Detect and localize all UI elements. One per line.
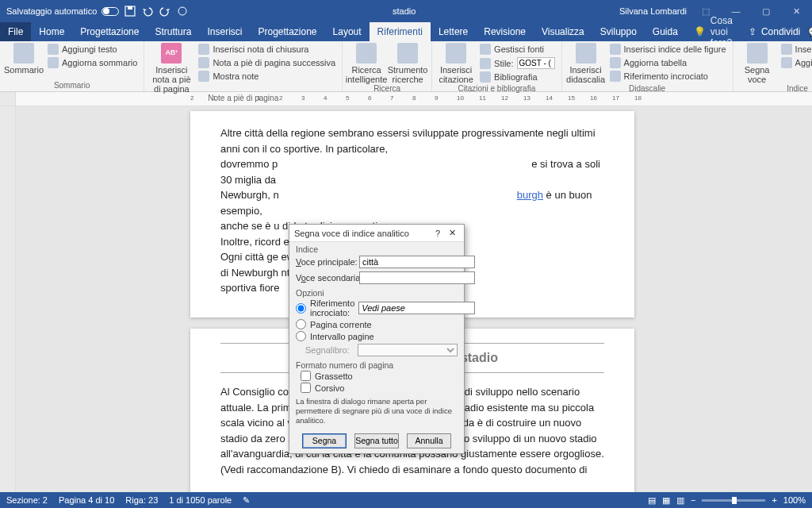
close-icon[interactable]: ✕ [785, 0, 807, 22]
user-name[interactable]: Silvana Lombardi [619, 6, 687, 16]
tab-struttura[interactable]: Struttura [147, 22, 199, 41]
section-opzioni: Opzioni [289, 286, 464, 298]
insert-citation-button[interactable]: Inserisci citazione [437, 43, 475, 84]
tab-visualizza[interactable]: Visualizza [534, 22, 592, 41]
status-words[interactable]: 1 di 1050 parole [169, 495, 232, 505]
touch-icon[interactable] [176, 5, 189, 17]
status-page[interactable]: Pagina 4 di 10 [59, 495, 114, 505]
insert-index-button[interactable]: Inserisci indice [779, 43, 812, 56]
tab-sviluppo[interactable]: Sviluppo [592, 22, 645, 41]
share-label: Condividi [761, 26, 800, 37]
help-icon[interactable]: ? [431, 229, 445, 238]
insert-endnote-button[interactable]: Inserisci nota di chiusura [197, 43, 337, 56]
mark-entry-button[interactable]: Segna voce [738, 43, 776, 84]
main-entry-input[interactable] [359, 256, 475, 268]
smart-lookup-button[interactable]: Ricerca intelligente [347, 43, 385, 84]
autosave-toggle[interactable] [102, 7, 119, 16]
italic-label: Corsivo [315, 383, 344, 393]
insert-footnote-button[interactable]: AB¹Inserisci nota a piè di pagina [149, 43, 193, 94]
autosave-label: Salvataggio automatico [6, 6, 97, 16]
save-icon[interactable] [124, 5, 136, 17]
view-print-icon[interactable]: ▦ [662, 495, 670, 506]
group-sommario: Sommario [5, 81, 139, 91]
close-dialog-icon[interactable]: ✕ [445, 228, 459, 238]
lightbulb-icon: 💡 [694, 26, 706, 37]
cross-ref-input[interactable] [358, 302, 475, 314]
current-page-label: Pagina corrente [310, 320, 372, 329]
annulla-button[interactable]: Annulla [407, 433, 451, 448]
tab-guida[interactable]: Guida [645, 22, 686, 41]
bookmark-label: Segnalibro: [305, 345, 353, 355]
ruler[interactable]: 21123456789101112131415161718 [0, 92, 812, 106]
tab-lettere[interactable]: Lettere [431, 22, 476, 41]
italic-checkbox[interactable] [301, 383, 311, 393]
share-icon: ⇪ [749, 26, 756, 37]
manage-sources-button[interactable]: Gestisci fonti [478, 43, 556, 56]
cross-ref-button[interactable]: Riferimento incrociato [608, 70, 728, 83]
tab-progettazione[interactable]: Progettazione [72, 22, 147, 41]
status-line[interactable]: Riga: 23 [125, 495, 158, 505]
bibliography-button[interactable]: Bibliografia [478, 71, 556, 83]
style-select[interactable] [517, 57, 555, 69]
mark-index-dialog: Segna voce di indice analitico ? ✕ Indic… [289, 224, 465, 454]
dialog-title: Segna voce di indice analitico [294, 229, 431, 238]
comments-icon[interactable]: 💬 [808, 22, 812, 41]
current-page-radio[interactable] [296, 319, 306, 329]
maximize-icon[interactable]: ▢ [755, 0, 777, 22]
tab-inserisci[interactable]: Inserisci [199, 22, 250, 41]
bookmark-select [358, 344, 458, 356]
cross-ref-label: Riferimento incrociato: [310, 298, 354, 318]
zoom-out-icon[interactable]: − [691, 495, 695, 505]
show-notes-button[interactable]: Mostra note [197, 70, 337, 83]
toc-label: Sommario [4, 65, 44, 75]
segna-button[interactable]: Segna [302, 433, 347, 448]
sub-entry-input[interactable] [359, 271, 475, 284]
tell-me[interactable]: 💡 Cosa vuoi fare? [686, 22, 741, 41]
vertical-ruler[interactable] [0, 106, 16, 492]
ribbon: Sommario Aggiungi testo Aggiorna sommari… [0, 41, 812, 92]
insert-caption-button[interactable]: Inserisci didascalia [567, 43, 605, 84]
dialog-note: La finestra di dialogo rimane aperta per… [289, 394, 464, 429]
link-burgh[interactable]: burgh [517, 189, 543, 201]
update-table-button[interactable]: Aggiorna tabella [608, 56, 728, 69]
tab-progettazione2[interactable]: Progettazione [250, 22, 324, 41]
update-toc-button[interactable]: Aggiorna sommario [46, 56, 139, 69]
tab-riferimenti[interactable]: Riferimenti [370, 22, 431, 41]
toc-button[interactable]: Sommario [5, 43, 43, 75]
view-read-icon[interactable]: ▤ [648, 495, 656, 506]
status-section[interactable]: Sezione: 2 [6, 495, 48, 505]
zoom-slider[interactable] [702, 499, 765, 502]
document-area[interactable]: Altre città della regione sembrano esser… [0, 106, 812, 492]
tab-home[interactable]: Home [31, 22, 72, 41]
undo-icon[interactable] [141, 5, 154, 17]
footnote-label: Inserisci nota a piè di pagina [149, 65, 193, 94]
page-range-radio[interactable] [296, 331, 306, 341]
view-web-icon[interactable]: ▥ [676, 495, 684, 506]
bold-checkbox[interactable] [301, 371, 311, 381]
zoom-level[interactable]: 100% [783, 495, 806, 505]
bold-label: Grassetto [315, 371, 353, 381]
tab-revisione[interactable]: Revisione [476, 22, 534, 41]
svg-point-2 [178, 7, 186, 15]
tell-me-label: Cosa vuoi fare? [710, 15, 733, 48]
title-bar: Salvataggio automatico stadio Silvana Lo… [0, 0, 812, 22]
document-title: stadio [189, 6, 619, 16]
svg-rect-1 [128, 6, 132, 10]
section-formato: Formato numero di pagina [289, 358, 464, 370]
add-text-button[interactable]: Aggiungi testo [46, 43, 139, 56]
researcher-button[interactable]: Strumento ricerche [389, 43, 427, 84]
tab-file[interactable]: File [0, 22, 31, 41]
cross-ref-radio[interactable] [296, 303, 306, 314]
sub-entry-label: Voce secondaria: [296, 273, 354, 283]
zoom-in-icon[interactable]: + [772, 495, 776, 505]
menu-tabs: File Home Progettazione Struttura Inseri… [0, 22, 812, 41]
share-button[interactable]: ⇪ Condividi [741, 22, 808, 41]
tab-layout[interactable]: Layout [325, 22, 370, 41]
spellcheck-icon[interactable]: ✎ [243, 495, 250, 506]
redo-icon[interactable] [159, 5, 171, 17]
status-bar: Sezione: 2 Pagina 4 di 10 Riga: 23 1 di … [0, 492, 812, 508]
segna-tutto-button[interactable]: Segna tutto [354, 433, 399, 448]
update-index-button[interactable]: Aggiorna indice [779, 56, 812, 69]
page-range-label: Intervallo pagine [310, 332, 374, 341]
next-footnote-button[interactable]: Nota a piè di pagina successiva [197, 56, 337, 69]
